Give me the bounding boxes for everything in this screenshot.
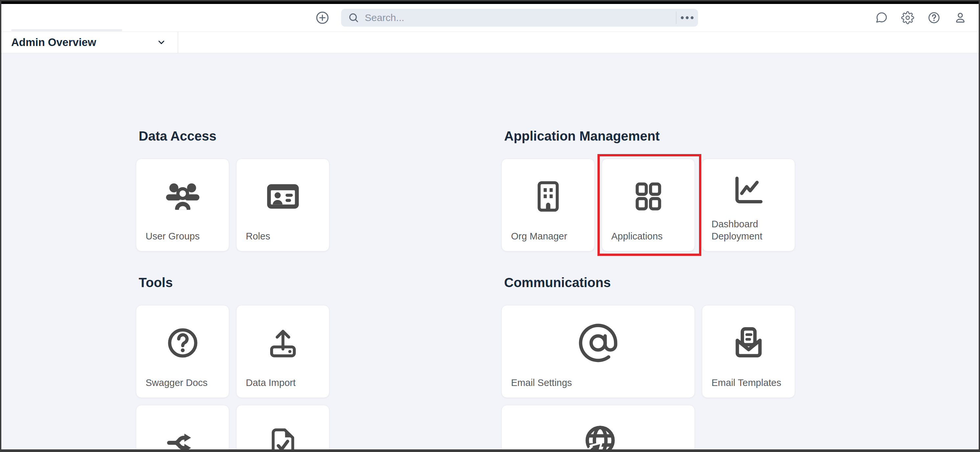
swagger-docs-icon (164, 325, 201, 363)
org-manager-icon (530, 178, 567, 216)
section-title: Data Access (139, 128, 429, 144)
search-more-button[interactable] (676, 9, 698, 27)
card-label: User Groups (136, 230, 229, 251)
card-swagger-docs[interactable]: Swagger Docs (136, 305, 229, 398)
card-dashboard-deployment[interactable]: Dashboard Deployment (702, 159, 795, 251)
section-title: Tools (139, 274, 429, 291)
top-header-bar (1, 4, 979, 32)
card-data-audit-trail[interactable]: Data Audit Trail (236, 405, 329, 452)
card-portal-url-settings[interactable]: Portal URL Settings (501, 405, 695, 452)
card-org-manager[interactable]: Org Manager (501, 159, 595, 251)
ellipsis-icon (680, 15, 694, 21)
card-label: Dashboard Deployment (702, 218, 795, 251)
email-settings-icon (577, 322, 619, 365)
header-icon-group (875, 11, 967, 24)
roles-icon (264, 177, 302, 217)
email-templates-icon (729, 324, 768, 364)
section-title: Communications (504, 274, 800, 291)
settings-button[interactable] (901, 11, 914, 24)
chat-button[interactable] (875, 11, 888, 24)
user-groups-icon (163, 176, 203, 218)
workspace-tab-bar: Admin Overview (1, 32, 979, 53)
profile-button[interactable] (954, 11, 967, 24)
chat-icon (875, 21, 888, 25)
card-email-settings[interactable]: Email Settings (501, 305, 695, 398)
header-scrollbar-thumb[interactable] (11, 29, 122, 31)
card-label: Swagger Docs (136, 377, 229, 398)
admin-overview-screen: Admin Overview Data Access (0, 0, 980, 452)
help-icon (928, 21, 940, 25)
data-audit-trail-icon (265, 425, 301, 452)
section-communications: Communications Email Settings (501, 274, 800, 452)
section-data-access: Data Access User Grou (136, 128, 429, 251)
card-reassign-data[interactable]: Reassign Data (136, 405, 229, 452)
card-label: Email Settings (502, 377, 694, 398)
chevron-down-icon (156, 37, 167, 48)
dashboard-deployment-icon (730, 172, 767, 210)
applications-icon (630, 178, 667, 216)
card-label: Applications (602, 230, 694, 251)
tab-admin-overview[interactable]: Admin Overview (1, 32, 178, 53)
data-import-icon (264, 325, 301, 363)
window-top-strip (1, 1, 979, 4)
card-label: Email Templates (702, 377, 795, 398)
portal-url-settings-icon (578, 422, 619, 452)
card-email-templates[interactable]: Email Templates (702, 305, 795, 398)
add-new-button[interactable] (315, 11, 329, 25)
section-application-management: Application Management Org Manager (501, 128, 800, 251)
card-label: Data Import (237, 377, 329, 398)
card-label: Org Manager (502, 230, 594, 251)
section-tools: Tools Swagger Docs (136, 274, 429, 452)
global-search (341, 9, 698, 27)
card-data-import[interactable]: Data Import (236, 305, 329, 398)
reassign-data-icon (165, 425, 201, 452)
search-input[interactable] (364, 12, 676, 24)
card-roles[interactable]: Roles (236, 159, 329, 251)
card-applications[interactable]: Applications (602, 159, 695, 251)
card-label: Roles (237, 230, 329, 251)
help-button[interactable] (928, 11, 940, 24)
gear-icon (901, 21, 914, 25)
search-icon (348, 12, 360, 24)
tab-label: Admin Overview (11, 36, 96, 49)
admin-overview-content: Data Access User Grou (1, 53, 979, 449)
card-user-groups[interactable]: User Groups (136, 159, 229, 251)
section-title: Application Management (504, 128, 800, 144)
user-icon (954, 21, 967, 25)
plus-circle-icon (315, 21, 329, 26)
